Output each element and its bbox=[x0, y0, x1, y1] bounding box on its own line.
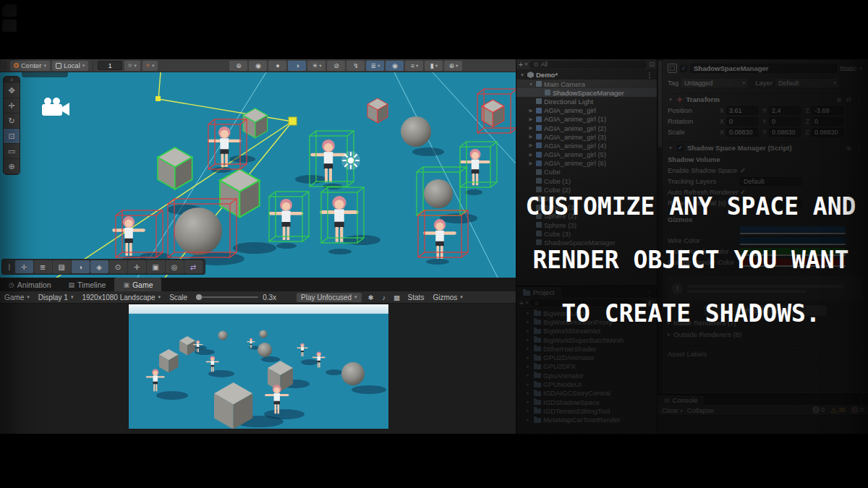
project-folder[interactable]: BigWorldStreamlet bbox=[516, 327, 657, 335]
reset-icon[interactable]: ⇄ bbox=[846, 96, 851, 103]
foldout-arrow-icon[interactable]: ▼ bbox=[519, 72, 525, 77]
hierarchy-item[interactable]: ▶ AGIA_anime_girl (1) bbox=[516, 115, 657, 124]
z-value-input[interactable]: -3.69 bbox=[812, 106, 843, 115]
project-folder[interactable]: GPU2DFX bbox=[516, 362, 657, 371]
scene-visibility-icon[interactable]: ⊡ bbox=[649, 61, 655, 68]
x-value-input[interactable]: 0.08830 bbox=[726, 128, 758, 137]
audio-toggle-icon[interactable]: ♪ bbox=[378, 292, 391, 302]
gizmos-dropdown[interactable]: Gizmos▾ bbox=[428, 291, 467, 304]
foldout-arrow-icon[interactable]: ▶ bbox=[528, 152, 534, 158]
scale-slider[interactable] bbox=[196, 296, 258, 298]
color-swatch[interactable] bbox=[740, 226, 846, 233]
transform-component-header[interactable]: ▼ ✛ Transform ⊕⇄⋮ bbox=[668, 93, 862, 105]
grid-snap-button[interactable]: ⌗ ▾ bbox=[124, 61, 140, 71]
view-gizmo-icon[interactable]: ⊕ bbox=[229, 61, 247, 71]
snap-increment-button[interactable]: ⌗ ▾ bbox=[142, 61, 158, 71]
project-folder[interactable]: DitherHairShader bbox=[516, 344, 657, 353]
scene-view[interactable]: ≡ ✥✛↻⊡▭⊕ ❙ ✛≣▨◑◈⊙✛▣◎⇄ bbox=[0, 72, 516, 278]
collapse-toggle[interactable]: Collapse bbox=[687, 406, 714, 414]
component-view-icon[interactable]: ▮ bbox=[425, 61, 443, 71]
color-swatch[interactable] bbox=[740, 237, 846, 244]
scene-lighting-icon[interactable]: ☀ bbox=[307, 61, 326, 71]
object-name-input[interactable]: ShadowSpaceManager bbox=[690, 64, 837, 73]
effects-icon[interactable]: ↯ bbox=[346, 61, 365, 71]
rotate-tool[interactable]: ↻ bbox=[4, 114, 20, 129]
scene-2d-icon[interactable]: ◑ bbox=[288, 61, 306, 71]
static-label[interactable]: Static bbox=[840, 64, 857, 72]
hierarchy-item[interactable]: Cube (1) bbox=[516, 176, 657, 185]
script-field-row[interactable]: Enable Shadow Space ✓ bbox=[668, 166, 862, 175]
snap-icon[interactable]: ▣ bbox=[147, 260, 165, 273]
search-icon[interactable]: ⊙ bbox=[109, 260, 127, 273]
tag-dropdown[interactable]: Untagged▾ bbox=[681, 79, 748, 87]
scale-tool[interactable]: ⊡ bbox=[4, 129, 20, 144]
clear-button[interactable]: Clear ▾ bbox=[662, 406, 683, 414]
transform-tool[interactable]: ⊕ bbox=[4, 159, 20, 174]
foldout-arrow-icon[interactable]: ▼ bbox=[668, 145, 673, 150]
y-value-input[interactable]: 0.08830 bbox=[769, 128, 801, 137]
component-enabled-checkbox[interactable]: ✓ bbox=[677, 145, 684, 151]
game-aspect-dropdown[interactable]: Game▾ bbox=[0, 291, 34, 304]
info-count-badge[interactable]: !0 bbox=[812, 406, 825, 414]
project-folder[interactable]: GpuAnimator bbox=[516, 371, 657, 380]
vsync-icon[interactable]: ▦ bbox=[391, 292, 404, 302]
z-value-input[interactable]: 0.08830 bbox=[812, 128, 843, 137]
scene-row[interactable]: ▼ Demo* ⋮ bbox=[516, 70, 657, 80]
hierarchy-item[interactable]: Cube bbox=[516, 168, 657, 176]
add-object-button[interactable]: + bbox=[519, 61, 523, 69]
display-dropdown[interactable]: Display 1▾ bbox=[34, 291, 78, 304]
sun-light-icon[interactable] bbox=[341, 151, 360, 170]
foldout-arrow-icon[interactable]: ▶ bbox=[528, 125, 534, 131]
foldout-arrow-icon[interactable]: ▶ bbox=[528, 134, 534, 140]
hand-tool[interactable]: ✥ bbox=[4, 83, 20, 98]
layers-icon[interactable]: ≣ bbox=[366, 61, 384, 71]
hierarchy-item[interactable]: ShadowSpaceManager bbox=[516, 88, 657, 97]
project-folder[interactable]: GPU2DAnimator bbox=[516, 353, 657, 361]
hierarchy-item[interactable]: ▶ AGIA_anime_girl (4) bbox=[516, 141, 657, 150]
resolution-dropdown[interactable]: 1920x1080 Landscape▾ bbox=[77, 291, 165, 304]
tab-project[interactable]: Project bbox=[516, 287, 561, 298]
kebab-menu-icon[interactable]: ⋮ bbox=[646, 71, 657, 79]
overlay-drag-handle[interactable]: ❙ bbox=[7, 263, 12, 270]
project-folder[interactable]: IGDAIGCStoryCentral bbox=[516, 389, 657, 398]
compass-icon[interactable]: ◎ bbox=[166, 260, 184, 273]
error-count-badge[interactable]: !0 bbox=[851, 406, 864, 414]
rect-tool[interactable]: ▭ bbox=[4, 144, 20, 159]
hierarchy-item[interactable]: Cube (3) bbox=[516, 229, 657, 238]
hierarchy-item[interactable]: ▶ AGIA_anime_girl (2) bbox=[516, 124, 657, 132]
grid-size-input[interactable]: 1 bbox=[98, 61, 122, 70]
z-value-input[interactable]: 0 bbox=[812, 117, 843, 126]
hierarchy-item[interactable]: ▶ AGIA_anime_girl (6) bbox=[516, 159, 657, 168]
kebab-menu-icon[interactable]: ⋮ bbox=[856, 96, 862, 103]
foldout-arrow-icon[interactable]: ▼ bbox=[528, 82, 534, 87]
kebab-menu-icon[interactable]: ⋮ bbox=[856, 145, 862, 152]
project-folder[interactable]: IGDShadowSpace bbox=[516, 398, 657, 406]
properties-icon[interactable]: ≣ bbox=[34, 260, 52, 273]
layer-dropdown[interactable]: Default▾ bbox=[775, 79, 839, 87]
render-mode-icon[interactable]: ◑ bbox=[72, 260, 90, 273]
project-folder[interactable]: IGDTerrainEditingTool bbox=[516, 406, 657, 415]
shading-mode-icon[interactable]: ◉ bbox=[249, 61, 267, 71]
overlay-drag-handle[interactable]: ≡ bbox=[4, 77, 20, 83]
project-folder[interactable]: GPUNodeUI bbox=[516, 380, 657, 388]
gizmos-menu-icon[interactable]: ⊕ bbox=[444, 61, 462, 71]
skybox-icon[interactable]: ● bbox=[268, 61, 286, 71]
project-folder[interactable]: MetaMapCarToonRender bbox=[516, 416, 657, 424]
hierarchy-item[interactable]: ▶ AGIA_anime_girl bbox=[516, 106, 657, 115]
audio-mute-icon[interactable]: ⊘ bbox=[327, 61, 345, 71]
y-value-input[interactable]: 0 bbox=[769, 117, 801, 126]
camera-gizmo-icon[interactable] bbox=[42, 98, 69, 116]
scale-slider-knob[interactable] bbox=[196, 294, 202, 300]
tab-console[interactable]: ▤ Console bbox=[658, 395, 704, 405]
x-value-input[interactable]: 0 bbox=[726, 117, 758, 126]
scene-visibility-icon[interactable]: ◉ bbox=[386, 61, 404, 71]
x-value-input[interactable]: 3.61 bbox=[726, 106, 758, 115]
prefab-icon[interactable]: ◈ bbox=[90, 260, 109, 273]
kebab-menu-icon[interactable]: ⋮ bbox=[857, 397, 864, 405]
move-tool[interactable]: ✛ bbox=[4, 98, 20, 114]
script-component-header[interactable]: ▼ ✓ Shadow Space Manager (Script) ⊕⋮ bbox=[668, 142, 862, 153]
inspector-scrollbar[interactable] bbox=[658, 59, 663, 394]
grid-visibility-icon[interactable]: ▨ bbox=[53, 260, 71, 273]
play-focus-dropdown[interactable]: Play Unfocused▾ bbox=[297, 293, 362, 302]
hierarchy-item[interactable]: ▼ Main Camera bbox=[516, 80, 657, 88]
